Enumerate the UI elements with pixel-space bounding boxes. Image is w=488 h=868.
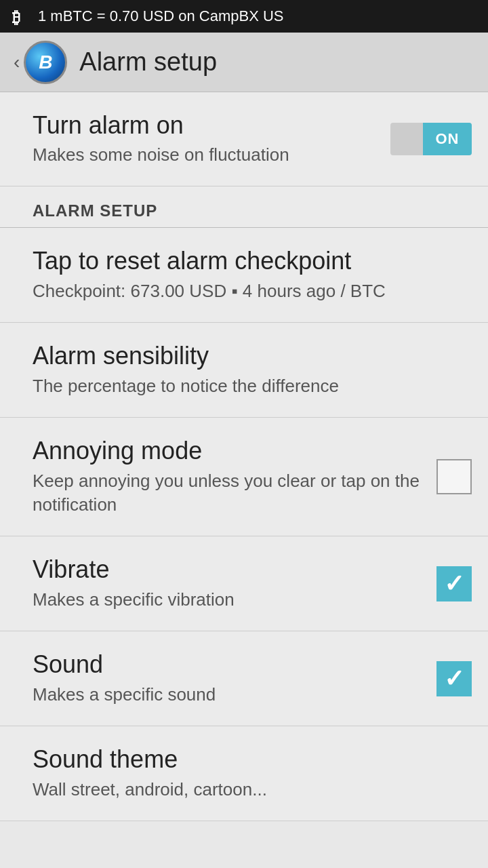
app-title: Alarm setup [79, 47, 217, 77]
list-item-text-alarm-sensibility: Alarm sensibilityThe percentage to notic… [33, 342, 339, 398]
turn-alarm-toggle[interactable]: ON [390, 123, 472, 155]
list-item-subtitle-reset-checkpoint: Checkpoint: 673.00 USD ▪ 4 hours ago / B… [33, 279, 386, 303]
back-arrow-icon[interactable]: ‹ [14, 52, 20, 73]
turn-alarm-subtitle: Makes some noise on fluctuation [33, 144, 289, 167]
list-item-sound[interactable]: SoundMakes a specific sound✓ [0, 631, 488, 726]
list-item-text-annoying-mode: Annoying modeKeep annoying you unless yo… [33, 437, 436, 517]
list-item-title-sound: Sound [33, 650, 216, 679]
turn-alarm-title: Turn alarm on [33, 111, 289, 140]
list-item-subtitle-annoying-mode: Keep annoying you unless you clear or ta… [33, 469, 436, 517]
list-item-subtitle-alarm-sensibility: The percentage to notice the difference [33, 374, 339, 398]
checkbox-sound[interactable]: ✓ [436, 661, 472, 696]
section-header: ALARM SETUP [0, 186, 488, 228]
settings-list: Tap to reset alarm checkpointCheckpoint:… [0, 228, 488, 822]
content: Turn alarm on Makes some noise on fluctu… [0, 92, 488, 821]
bitcoin-icon: ₿ [11, 5, 33, 27]
list-item-sound-theme[interactable]: Sound themeWall street, android, cartoon… [0, 726, 488, 821]
app-header: ‹ B Alarm setup [0, 33, 488, 92]
turn-alarm-row[interactable]: Turn alarm on Makes some noise on fluctu… [0, 92, 488, 186]
list-item-title-alarm-sensibility: Alarm sensibility [33, 342, 339, 370]
checkmark-icon: ✓ [444, 667, 464, 691]
list-item-title-sound-theme: Sound theme [33, 745, 267, 774]
list-item-alarm-sensibility[interactable]: Alarm sensibilityThe percentage to notic… [0, 323, 488, 418]
svg-text:₿: ₿ [12, 8, 20, 26]
list-item-title-vibrate: Vibrate [33, 555, 235, 584]
list-item-vibrate[interactable]: VibrateMakes a specific vibration✓ [0, 536, 488, 631]
list-item-subtitle-sound-theme: Wall street, android, cartoon... [33, 778, 267, 802]
list-item-text-vibrate: VibrateMakes a specific vibration [33, 555, 235, 612]
list-item-subtitle-vibrate: Makes a specific vibration [33, 588, 235, 612]
list-item-subtitle-sound: Makes a specific sound [33, 683, 216, 707]
list-item-text-reset-checkpoint: Tap to reset alarm checkpointCheckpoint:… [33, 247, 386, 303]
app-logo: B [24, 41, 67, 84]
turn-alarm-text-group: Turn alarm on Makes some noise on fluctu… [33, 111, 289, 167]
section-header-text: ALARM SETUP [33, 201, 157, 220]
status-bar: ₿ 1 mBTC = 0.70 USD on CampBX US [0, 0, 488, 33]
list-item-text-sound-theme: Sound themeWall street, android, cartoon… [33, 745, 267, 802]
list-item-reset-checkpoint[interactable]: Tap to reset alarm checkpointCheckpoint:… [0, 228, 488, 323]
status-bar-text: 1 mBTC = 0.70 USD on CampBX US [38, 7, 284, 25]
list-item-title-reset-checkpoint: Tap to reset alarm checkpoint [33, 247, 386, 275]
checkbox-annoying-mode[interactable] [436, 459, 472, 494]
list-item-text-sound: SoundMakes a specific sound [33, 650, 216, 707]
app-logo-letter: B [39, 52, 52, 73]
list-item-title-annoying-mode: Annoying mode [33, 437, 436, 465]
list-item-annoying-mode[interactable]: Annoying modeKeep annoying you unless yo… [0, 418, 488, 536]
toggle-on-label: ON [423, 123, 472, 155]
checkmark-icon: ✓ [444, 572, 464, 596]
checkbox-vibrate[interactable]: ✓ [436, 566, 472, 601]
